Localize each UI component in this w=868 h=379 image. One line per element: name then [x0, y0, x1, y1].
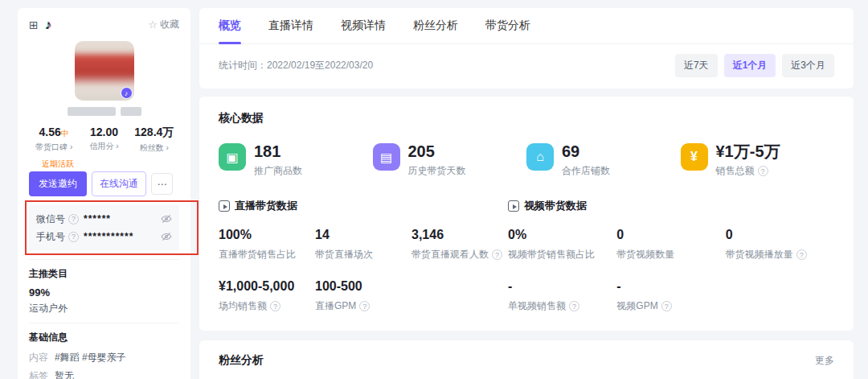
- censor-bar: [68, 107, 116, 116]
- info-icon[interactable]: [492, 249, 502, 260]
- reputation-label: 带货口碑 ›: [29, 142, 79, 153]
- more-link[interactable]: 更多: [815, 354, 834, 368]
- phone-label: 手机号: [36, 230, 65, 244]
- wechat-label: 微信号: [36, 212, 65, 226]
- metric-value: ¥1万-5万: [716, 143, 780, 160]
- live-section-title: 直播带货数据: [235, 199, 297, 213]
- stat-time-label: 统计时间：2022/02/19至2022/03/20: [219, 59, 373, 72]
- video-gpm: - 视频GPM: [616, 279, 725, 313]
- calendar-icon: [373, 143, 400, 171]
- fans-analysis-title: 粉丝分析: [219, 353, 264, 368]
- trade-data-grid: 直播带货数据 100% 直播带货销售占比 14 带货直播场次 3,146: [219, 199, 834, 316]
- censor-bar: [121, 107, 141, 116]
- followers-label: 粉丝数 ›: [129, 142, 179, 154]
- followers-value: 128.4万: [134, 126, 174, 138]
- live-sales-ratio: 100% 直播带货销售占比: [219, 228, 315, 262]
- video-per-sales: - 单视频销售额: [508, 279, 616, 313]
- phone-value: ***********: [84, 231, 158, 242]
- tab-overview[interactable]: 概览: [219, 8, 241, 43]
- package-icon: [219, 143, 246, 171]
- page: ⊞ ♪ ☆ 收藏 ♪ 4.56中 带货口碑 › 12.00 信用分 ›: [0, 0, 868, 379]
- favorite-button[interactable]: ☆ 收藏: [148, 18, 179, 31]
- influencer-profile-card: ⊞ ♪ ☆ 收藏 ♪ 4.56中 带货口碑 › 12.00 信用分 ›: [18, 8, 190, 379]
- star-icon: ☆: [148, 19, 158, 31]
- tab-bar: 概览 直播详情 视频详情 粉丝分析 带货分析: [199, 8, 854, 44]
- metric-total-sales: ¥1万-5万 销售总额: [681, 143, 835, 178]
- send-invite-button[interactable]: 发送邀约: [29, 171, 87, 196]
- range-3months-button[interactable]: 近3个月: [782, 54, 834, 77]
- tab-live-detail[interactable]: 直播详情: [268, 8, 313, 43]
- video-section-title: 视频带货数据: [524, 199, 587, 213]
- live-session-count: 14 带货直播场次: [315, 228, 411, 262]
- range-buttons: 近7天 近1个月 近3个月: [675, 54, 834, 77]
- info-icon[interactable]: [270, 301, 280, 311]
- wechat-row: 微信号 ******: [36, 210, 172, 228]
- info-icon[interactable]: [758, 166, 768, 176]
- metric-label: 销售总额: [716, 164, 755, 178]
- censored-username: [29, 107, 179, 116]
- activity-badge: 近期活跃: [42, 159, 179, 170]
- core-data-title: 核心数据: [219, 111, 264, 126]
- reputation-grade: 中: [61, 129, 69, 138]
- video-count: 0 带货视频数量: [616, 228, 725, 262]
- metric-value: 205: [408, 143, 466, 160]
- coin-icon: [681, 143, 708, 171]
- tab-sales-analysis[interactable]: 带货分析: [485, 8, 530, 43]
- shop-icon: [526, 143, 554, 171]
- metric-sales-days: 205 历史带货天数: [373, 143, 527, 178]
- credit-value: 12.00: [90, 126, 118, 138]
- stat-followers[interactable]: 128.4万 粉丝数 ›: [129, 126, 179, 154]
- metric-partner-shops: 69 合作店铺数: [526, 143, 681, 178]
- contact-section: 微信号 ****** 手机号 ***********: [29, 204, 179, 251]
- more-actions-button[interactable]: ⋯: [151, 173, 173, 195]
- core-metrics: 181 推广商品数 205 历史带货天数 69 合作店铺数: [219, 143, 834, 178]
- metric-label: 合作店铺数: [562, 164, 610, 178]
- metric-value: 69: [562, 143, 610, 160]
- video-plays: 0 带货视频播放量: [726, 228, 834, 262]
- metric-label: 推广商品数: [254, 164, 302, 178]
- sidebar-header: ⊞ ♪ ☆ 收藏: [29, 18, 179, 31]
- profile-actions: 发送邀约 在线沟通 ⋯: [29, 171, 179, 196]
- basic-info-row: 标签 暂无: [29, 369, 179, 379]
- eye-off-icon[interactable]: [161, 213, 172, 225]
- online-chat-button[interactable]: 在线沟通: [92, 171, 146, 196]
- basic-info-row: 内容 #舞蹈 #母婴亲子: [29, 350, 179, 365]
- avatar[interactable]: ♪: [75, 41, 134, 101]
- basic-info-label: 内容: [29, 350, 55, 365]
- contact-panel: 微信号 ****** 手机号 ***********: [29, 204, 179, 251]
- douyin-logo-icon: ♪: [45, 19, 51, 31]
- basic-info-value: 暂无: [55, 369, 74, 379]
- phone-row: 手机号 ***********: [36, 228, 172, 245]
- tab-video-detail[interactable]: 视频详情: [341, 8, 386, 43]
- category-name: 运动户外: [29, 302, 179, 315]
- stat-credit[interactable]: 12.00 信用分 ›: [79, 126, 129, 154]
- metric-label: 历史带货天数: [408, 164, 466, 178]
- stat-reputation[interactable]: 4.56中 带货口碑 ›: [29, 126, 79, 154]
- info-icon[interactable]: [68, 232, 79, 242]
- avatar-level-badge: ♪: [121, 87, 133, 99]
- info-icon[interactable]: [68, 214, 79, 225]
- fans-analysis-card: 粉丝分析 更多 粉丝特征 女性居多 31-40岁居多 oppo手机居多 广东、河…: [199, 340, 854, 379]
- info-icon[interactable]: [569, 301, 579, 311]
- qr-code-icon[interactable]: ⊞: [29, 19, 39, 31]
- live-commerce-section: 直播带货数据 100% 直播带货销售占比 14 带货直播场次 3,146: [219, 199, 508, 316]
- video-commerce-section: 视频带货数据 0% 视频带货销售额占比 0 带货视频数量 0: [508, 199, 834, 316]
- live-gpm: 100-500 直播GPM: [315, 279, 411, 313]
- basic-info-title: 基础信息: [29, 331, 179, 344]
- range-1month-button[interactable]: 近1个月: [724, 54, 776, 77]
- info-icon[interactable]: [359, 301, 370, 311]
- live-viewers: 3,146 带货直播观看人数: [411, 228, 508, 262]
- metric-value: 181: [254, 143, 302, 160]
- time-filter-row: 统计时间：2022/02/19至2022/03/20 近7天 近1个月 近3个月: [199, 44, 854, 89]
- tab-fans-analysis[interactable]: 粉丝分析: [413, 8, 458, 43]
- core-data-card: 核心数据 181 推广商品数 205 历史带货天数: [199, 97, 854, 331]
- category-percent: 99%: [29, 286, 179, 299]
- info-icon[interactable]: [796, 249, 807, 260]
- main-content: 概览 直播详情 视频详情 粉丝分析 带货分析 统计时间：2022/02/19至2…: [199, 8, 854, 379]
- info-icon[interactable]: [661, 301, 672, 311]
- eye-off-icon[interactable]: [161, 231, 172, 242]
- range-7days-button[interactable]: 近7天: [675, 54, 718, 77]
- basic-info-value: #舞蹈 #母婴亲子: [55, 350, 126, 365]
- main-category-title: 主推类目: [29, 267, 179, 281]
- live-play-icon: [219, 200, 230, 212]
